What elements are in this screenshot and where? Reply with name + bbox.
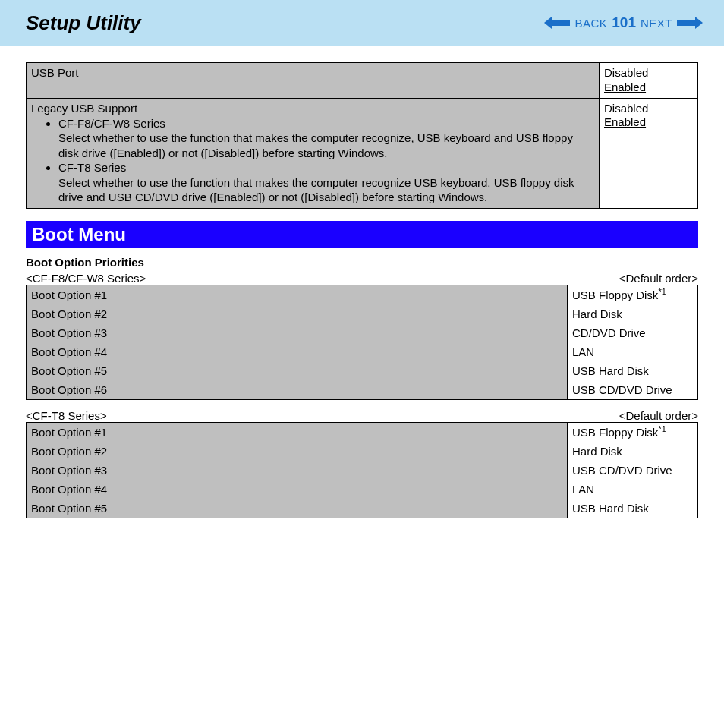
default-order-label: <Default order> bbox=[619, 409, 698, 422]
default-order-label: <Default order> bbox=[619, 272, 698, 285]
boot-row-label: Boot Option #4 bbox=[27, 342, 568, 361]
boot-row-value: LAN bbox=[568, 342, 698, 361]
boot-row-value: USB Floppy Disk*1 bbox=[568, 422, 698, 442]
sub-heading-boot-priorities: Boot Option Priorities bbox=[26, 256, 698, 269]
boot-row-value: USB Floppy Disk*1 bbox=[568, 285, 698, 304]
series-label: <CF-F8/CF-W8 Series> bbox=[26, 272, 146, 285]
boot-row-value: CD/DVD Drive bbox=[568, 323, 698, 342]
boot-row-value: USB CD/DVD Drive bbox=[568, 380, 698, 400]
boot-table-cft8: Boot Option #1 USB Floppy Disk*1 Boot Op… bbox=[26, 422, 698, 518]
boot-row-label: Boot Option #3 bbox=[27, 461, 568, 480]
boot-row-label: Boot Option #1 bbox=[27, 422, 568, 442]
page-nav: BACK 101 NEXT bbox=[544, 14, 703, 31]
boot-row-label: Boot Option #2 bbox=[27, 442, 568, 461]
section-heading-boot-menu: Boot Menu bbox=[26, 221, 698, 248]
series-label: <CF-T8 Series> bbox=[26, 409, 107, 422]
svg-marker-1 bbox=[677, 17, 703, 29]
boot-row-value: USB Hard Disk bbox=[568, 361, 698, 380]
boot-row-label: Boot Option #3 bbox=[27, 323, 568, 342]
back-link[interactable]: BACK bbox=[574, 17, 607, 30]
boot-row-value: LAN bbox=[568, 480, 698, 499]
boot-row-label: Boot Option #5 bbox=[27, 361, 568, 380]
page-number: 101 bbox=[612, 14, 636, 31]
boot-row-value: Hard Disk bbox=[568, 442, 698, 461]
series-desc: Select whether to use the function that … bbox=[58, 131, 594, 160]
page-title: Setup Utility bbox=[26, 11, 141, 35]
boot-row-label: Boot Option #2 bbox=[27, 304, 568, 323]
row-label: Legacy USB Support bbox=[31, 102, 137, 115]
option-enabled: Enabled bbox=[604, 115, 693, 130]
boot-row-value: Hard Disk bbox=[568, 304, 698, 323]
boot-row-label: Boot Option #4 bbox=[27, 480, 568, 499]
svg-marker-0 bbox=[544, 17, 570, 29]
boot-table-cfw8: Boot Option #1 USB Floppy Disk*1 Boot Op… bbox=[26, 285, 698, 400]
prev-arrow-icon[interactable] bbox=[544, 17, 570, 29]
series-desc: Select whether to use the function that … bbox=[58, 175, 594, 205]
boot-row-value: USB CD/DVD Drive bbox=[568, 461, 698, 480]
next-link[interactable]: NEXT bbox=[641, 17, 672, 30]
boot-row-label: Boot Option #6 bbox=[27, 380, 568, 400]
option-disabled: Disabled bbox=[604, 66, 693, 80]
series-name: CF-F8/CF-W8 Series bbox=[58, 117, 165, 130]
boot-row-label: Boot Option #1 bbox=[27, 285, 568, 304]
option-disabled: Disabled bbox=[604, 102, 693, 116]
option-enabled: Enabled bbox=[604, 80, 693, 95]
usb-settings-table: USB Port Disabled Enabled Legacy USB Sup… bbox=[26, 62, 698, 209]
next-arrow-icon[interactable] bbox=[677, 17, 703, 29]
boot-row-value: USB Hard Disk bbox=[568, 499, 698, 518]
boot-row-label: Boot Option #5 bbox=[27, 499, 568, 518]
series-name: CF-T8 Series bbox=[58, 161, 126, 174]
row-label: USB Port bbox=[31, 66, 79, 79]
